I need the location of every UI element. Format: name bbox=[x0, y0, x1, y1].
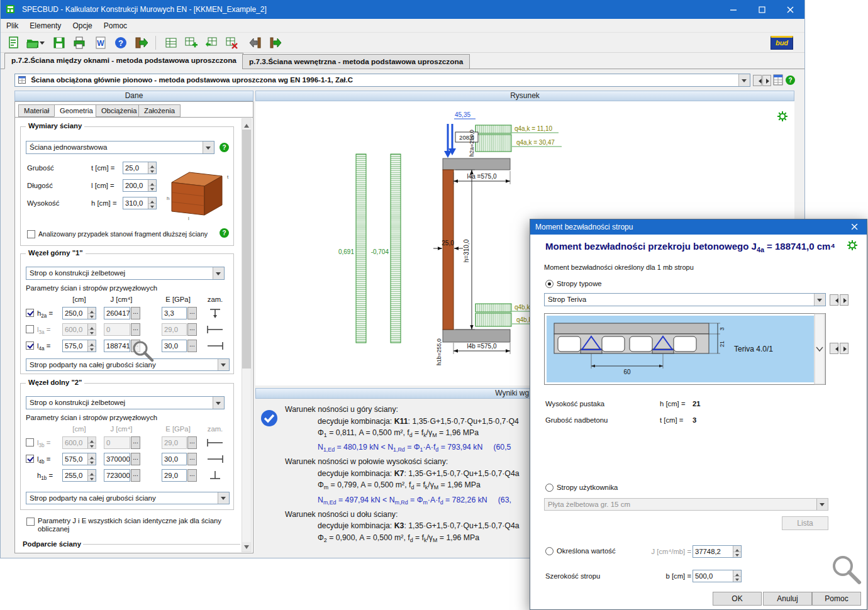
j-more-button[interactable]: ... bbox=[131, 307, 140, 319]
grubosc-input[interactable]: 25,0 bbox=[123, 162, 157, 174]
row-checkbox[interactable] bbox=[26, 341, 34, 350]
floor-next-button[interactable] bbox=[840, 294, 849, 306]
panel-scrollbar[interactable] bbox=[242, 118, 252, 552]
scroll-up-button[interactable] bbox=[242, 119, 251, 128]
tab-obciazenia[interactable]: Obciążenia bbox=[96, 104, 143, 117]
scroll-down-button[interactable] bbox=[242, 542, 251, 552]
elements-table-icon[interactable] bbox=[163, 35, 179, 51]
wysokosc-input[interactable]: 310,0 bbox=[123, 197, 157, 209]
next-method-button[interactable] bbox=[762, 75, 771, 86]
j-input[interactable]: 723000 bbox=[104, 469, 130, 482]
dialog-close-button[interactable] bbox=[843, 219, 867, 235]
bottom-floor-type-select[interactable]: Strop o konstrukcji żelbetowej bbox=[26, 396, 225, 409]
j-input[interactable]: 260417 bbox=[104, 307, 130, 319]
e-input[interactable]: 30,0 bbox=[162, 340, 187, 352]
row-checkbox[interactable] bbox=[26, 325, 34, 333]
tab-geometria[interactable]: Geometria bbox=[54, 104, 99, 117]
wall-type-select[interactable]: Ściana jednowarstwowa bbox=[26, 141, 214, 154]
save-icon[interactable] bbox=[51, 35, 67, 51]
coef-left-label: 0,691 bbox=[338, 248, 354, 255]
menu-pomoc[interactable]: Pomoc bbox=[98, 20, 133, 31]
close-button[interactable] bbox=[776, 0, 804, 19]
width-label: Szerokość stropu bbox=[545, 572, 600, 580]
cancel-button[interactable]: Anuluj bbox=[763, 592, 812, 606]
menu-opcje[interactable]: Opcje bbox=[67, 20, 97, 31]
prev-method-button[interactable] bbox=[753, 75, 762, 86]
result-line: decyduje kombinacja: K3: 1,35·G+1,5·0,7·… bbox=[285, 520, 529, 532]
floor-section-image[interactable]: 60 3 21 Teriva 4.0/1 bbox=[544, 313, 826, 385]
tab-p73[interactable]: p.7.3.Ściana wewnętrzna - metoda podstaw… bbox=[242, 54, 470, 69]
dlugosc-input[interactable]: 200,0 bbox=[123, 179, 157, 192]
radio-user-floors[interactable] bbox=[545, 484, 554, 492]
scroll-thumb[interactable] bbox=[242, 130, 251, 369]
menu-plik[interactable]: Plik bbox=[1, 20, 24, 31]
open-dropdown-icon[interactable] bbox=[40, 42, 45, 47]
help-button[interactable]: Pomoc bbox=[812, 592, 861, 606]
fragment-help-icon[interactable]: ? bbox=[220, 228, 229, 238]
maximize-button[interactable] bbox=[748, 0, 776, 19]
section-next-button[interactable] bbox=[840, 343, 849, 354]
identical-params-checkbox[interactable] bbox=[26, 518, 35, 526]
j-input[interactable]: 188741 bbox=[104, 340, 130, 352]
zoom-icon[interactable] bbox=[831, 554, 862, 585]
e-more-button[interactable]: ... bbox=[187, 340, 197, 352]
fragment-checkbox[interactable] bbox=[27, 230, 35, 238]
q4a-load-1 bbox=[476, 125, 511, 133]
method-select[interactable]: Ściana obciążona głównie pionowo - metod… bbox=[14, 74, 750, 87]
dim-input[interactable]: 250,0 bbox=[62, 307, 96, 319]
insert-element-icon[interactable] bbox=[203, 35, 220, 51]
tab-zalozenia[interactable]: Założenia bbox=[138, 104, 181, 117]
help-icon[interactable]: ? bbox=[113, 35, 129, 51]
row-checkbox[interactable] bbox=[26, 438, 34, 446]
floor-type-select[interactable]: Strop Teriva bbox=[544, 293, 826, 306]
q4a2-label: q4a,k = 30,47 bbox=[516, 139, 555, 146]
ok-button[interactable]: OK bbox=[713, 592, 762, 606]
row-checkbox[interactable] bbox=[26, 455, 34, 463]
delete-element-icon[interactable] bbox=[223, 35, 240, 51]
row-label: l4b = bbox=[37, 455, 50, 465]
prev-element-icon[interactable] bbox=[247, 35, 264, 51]
e-more-button[interactable]: ... bbox=[187, 453, 197, 465]
h1b-dim-label: h1b=255,0 bbox=[436, 338, 442, 365]
width-input[interactable]: 500,0 bbox=[693, 570, 742, 582]
section-height-dim: 21 bbox=[719, 341, 725, 347]
print-icon[interactable] bbox=[71, 35, 87, 51]
e-input[interactable]: 30,0 bbox=[162, 453, 187, 465]
row-checkbox[interactable] bbox=[26, 309, 34, 317]
dialog-title-bar[interactable]: Moment bezwładności stropu bbox=[530, 219, 867, 235]
minimize-button[interactable] bbox=[720, 0, 748, 19]
drawing-settings-gear-icon[interactable] bbox=[777, 111, 788, 122]
section-prev-button[interactable] bbox=[830, 343, 838, 354]
custom-j-input[interactable]: 37748,2 bbox=[693, 545, 742, 558]
floor-prev-button[interactable] bbox=[830, 294, 838, 306]
pustak-value: 21 bbox=[693, 400, 701, 408]
e-more-button[interactable]: ... bbox=[187, 469, 197, 482]
j-more-button[interactable]: ... bbox=[131, 453, 140, 465]
tab-p72[interactable]: p.7.2.Ściana między oknami - metoda pods… bbox=[4, 53, 243, 69]
dim-input[interactable]: 575,0 bbox=[62, 340, 96, 352]
e-input[interactable]: 29,0 bbox=[162, 469, 187, 482]
exit-icon[interactable] bbox=[133, 35, 149, 51]
radio-custom-value[interactable] bbox=[545, 547, 554, 555]
e-more-button[interactable]: ... bbox=[187, 307, 197, 319]
method-list-icon[interactable] bbox=[773, 74, 783, 86]
next-element-icon[interactable] bbox=[267, 35, 284, 51]
bottom-support-select[interactable]: Strop podparty na całej grubości ściany bbox=[26, 492, 230, 504]
e-input[interactable]: 3,3 bbox=[162, 307, 187, 319]
top-support-select[interactable]: Strop podparty na całej grubości ściany bbox=[26, 358, 230, 371]
dim-input[interactable]: 255,0 bbox=[62, 469, 96, 482]
dim-input[interactable]: 575,0 bbox=[62, 453, 96, 465]
radio-typical-floors[interactable] bbox=[545, 280, 554, 288]
top-floor-type-select[interactable]: Strop o konstrukcji żelbetowej bbox=[26, 267, 225, 280]
open-file-icon[interactable] bbox=[25, 35, 41, 51]
menu-elementy[interactable]: Elementy bbox=[24, 20, 67, 31]
export-word-icon[interactable]: W bbox=[92, 35, 109, 51]
j-more-button[interactable]: ... bbox=[131, 469, 140, 482]
wall-type-help-icon[interactable]: ? bbox=[220, 143, 229, 152]
tab-material[interactable]: Materiał bbox=[18, 104, 55, 117]
method-help-icon[interactable]: ? bbox=[786, 75, 795, 85]
new-file-icon[interactable] bbox=[6, 35, 22, 51]
j-input[interactable]: 370000 bbox=[104, 453, 130, 465]
dialog-gear-icon[interactable] bbox=[847, 240, 858, 251]
add-element-icon[interactable] bbox=[183, 35, 199, 51]
